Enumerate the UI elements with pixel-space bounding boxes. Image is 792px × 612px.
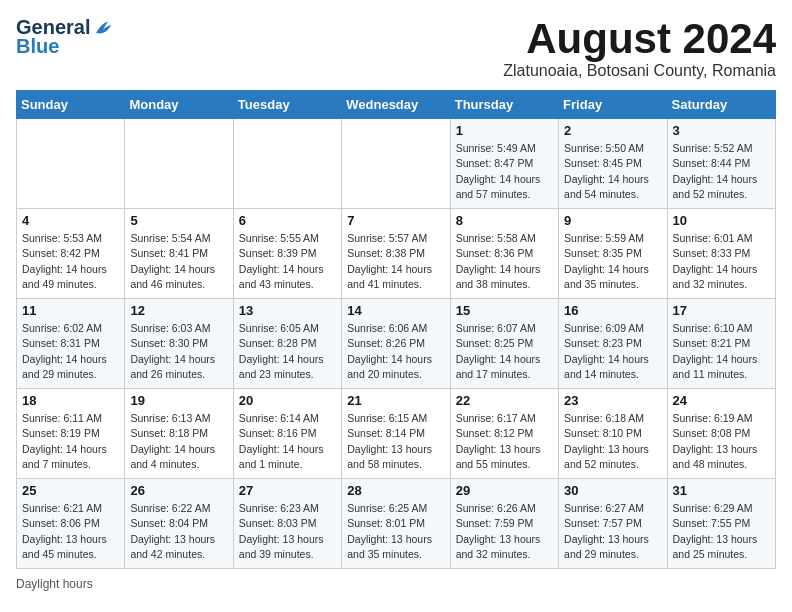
title-area: August 2024 Zlatunoaia, Botosani County,… [503, 16, 776, 80]
day-number: 29 [456, 483, 553, 498]
weekday-header-saturday: Saturday [667, 91, 775, 119]
day-number: 5 [130, 213, 227, 228]
day-info: Sunrise: 6:21 AM Sunset: 8:06 PM Dayligh… [22, 501, 119, 562]
day-info: Sunrise: 6:22 AM Sunset: 8:04 PM Dayligh… [130, 501, 227, 562]
day-info: Sunrise: 6:07 AM Sunset: 8:25 PM Dayligh… [456, 321, 553, 382]
day-number: 13 [239, 303, 336, 318]
calendar-cell: 24Sunrise: 6:19 AM Sunset: 8:08 PM Dayli… [667, 389, 775, 479]
day-number: 27 [239, 483, 336, 498]
day-info: Sunrise: 6:02 AM Sunset: 8:31 PM Dayligh… [22, 321, 119, 382]
calendar-cell: 14Sunrise: 6:06 AM Sunset: 8:26 PM Dayli… [342, 299, 450, 389]
calendar-cell [125, 119, 233, 209]
calendar-week-row: 11Sunrise: 6:02 AM Sunset: 8:31 PM Dayli… [17, 299, 776, 389]
day-number: 24 [673, 393, 770, 408]
day-number: 1 [456, 123, 553, 138]
weekday-header-tuesday: Tuesday [233, 91, 341, 119]
day-info: Sunrise: 6:18 AM Sunset: 8:10 PM Dayligh… [564, 411, 661, 472]
weekday-header-thursday: Thursday [450, 91, 558, 119]
day-number: 2 [564, 123, 661, 138]
day-info: Sunrise: 6:29 AM Sunset: 7:55 PM Dayligh… [673, 501, 770, 562]
page-header: General Blue August 2024 Zlatunoaia, Bot… [16, 16, 776, 80]
day-number: 28 [347, 483, 444, 498]
weekday-header-monday: Monday [125, 91, 233, 119]
day-info: Sunrise: 6:19 AM Sunset: 8:08 PM Dayligh… [673, 411, 770, 472]
day-info: Sunrise: 5:53 AM Sunset: 8:42 PM Dayligh… [22, 231, 119, 292]
day-number: 21 [347, 393, 444, 408]
day-info: Sunrise: 6:03 AM Sunset: 8:30 PM Dayligh… [130, 321, 227, 382]
day-number: 12 [130, 303, 227, 318]
calendar-cell: 1Sunrise: 5:49 AM Sunset: 8:47 PM Daylig… [450, 119, 558, 209]
calendar-cell: 16Sunrise: 6:09 AM Sunset: 8:23 PM Dayli… [559, 299, 667, 389]
day-info: Sunrise: 6:05 AM Sunset: 8:28 PM Dayligh… [239, 321, 336, 382]
calendar-week-row: 4Sunrise: 5:53 AM Sunset: 8:42 PM Daylig… [17, 209, 776, 299]
calendar-cell: 15Sunrise: 6:07 AM Sunset: 8:25 PM Dayli… [450, 299, 558, 389]
calendar-cell [233, 119, 341, 209]
day-number: 23 [564, 393, 661, 408]
day-info: Sunrise: 6:26 AM Sunset: 7:59 PM Dayligh… [456, 501, 553, 562]
calendar-cell: 17Sunrise: 6:10 AM Sunset: 8:21 PM Dayli… [667, 299, 775, 389]
calendar-cell: 4Sunrise: 5:53 AM Sunset: 8:42 PM Daylig… [17, 209, 125, 299]
calendar-cell: 13Sunrise: 6:05 AM Sunset: 8:28 PM Dayli… [233, 299, 341, 389]
day-number: 3 [673, 123, 770, 138]
day-number: 4 [22, 213, 119, 228]
day-info: Sunrise: 6:17 AM Sunset: 8:12 PM Dayligh… [456, 411, 553, 472]
day-number: 14 [347, 303, 444, 318]
weekday-header-sunday: Sunday [17, 91, 125, 119]
calendar-cell: 5Sunrise: 5:54 AM Sunset: 8:41 PM Daylig… [125, 209, 233, 299]
calendar-cell: 2Sunrise: 5:50 AM Sunset: 8:45 PM Daylig… [559, 119, 667, 209]
location-subtitle: Zlatunoaia, Botosani County, Romania [503, 62, 776, 80]
calendar-cell: 29Sunrise: 6:26 AM Sunset: 7:59 PM Dayli… [450, 479, 558, 569]
calendar-cell: 9Sunrise: 5:59 AM Sunset: 8:35 PM Daylig… [559, 209, 667, 299]
calendar-cell [17, 119, 125, 209]
day-info: Sunrise: 6:23 AM Sunset: 8:03 PM Dayligh… [239, 501, 336, 562]
day-info: Sunrise: 5:58 AM Sunset: 8:36 PM Dayligh… [456, 231, 553, 292]
day-number: 31 [673, 483, 770, 498]
calendar-cell: 25Sunrise: 6:21 AM Sunset: 8:06 PM Dayli… [17, 479, 125, 569]
calendar-table: SundayMondayTuesdayWednesdayThursdayFrid… [16, 90, 776, 569]
calendar-cell: 21Sunrise: 6:15 AM Sunset: 8:14 PM Dayli… [342, 389, 450, 479]
calendar-cell: 18Sunrise: 6:11 AM Sunset: 8:19 PM Dayli… [17, 389, 125, 479]
day-number: 7 [347, 213, 444, 228]
calendar-cell: 3Sunrise: 5:52 AM Sunset: 8:44 PM Daylig… [667, 119, 775, 209]
weekday-header-row: SundayMondayTuesdayWednesdayThursdayFrid… [17, 91, 776, 119]
logo-blue-text: Blue [16, 35, 59, 58]
day-number: 8 [456, 213, 553, 228]
day-number: 17 [673, 303, 770, 318]
calendar-cell: 8Sunrise: 5:58 AM Sunset: 8:36 PM Daylig… [450, 209, 558, 299]
day-info: Sunrise: 6:06 AM Sunset: 8:26 PM Dayligh… [347, 321, 444, 382]
day-number: 15 [456, 303, 553, 318]
day-info: Sunrise: 5:59 AM Sunset: 8:35 PM Dayligh… [564, 231, 661, 292]
calendar-week-row: 25Sunrise: 6:21 AM Sunset: 8:06 PM Dayli… [17, 479, 776, 569]
day-number: 25 [22, 483, 119, 498]
calendar-cell: 10Sunrise: 6:01 AM Sunset: 8:33 PM Dayli… [667, 209, 775, 299]
day-info: Sunrise: 5:57 AM Sunset: 8:38 PM Dayligh… [347, 231, 444, 292]
day-info: Sunrise: 6:13 AM Sunset: 8:18 PM Dayligh… [130, 411, 227, 472]
logo: General Blue [16, 16, 116, 58]
day-info: Sunrise: 5:50 AM Sunset: 8:45 PM Dayligh… [564, 141, 661, 202]
day-number: 10 [673, 213, 770, 228]
day-info: Sunrise: 5:54 AM Sunset: 8:41 PM Dayligh… [130, 231, 227, 292]
weekday-header-wednesday: Wednesday [342, 91, 450, 119]
calendar-cell: 26Sunrise: 6:22 AM Sunset: 8:04 PM Dayli… [125, 479, 233, 569]
day-number: 11 [22, 303, 119, 318]
calendar-week-row: 1Sunrise: 5:49 AM Sunset: 8:47 PM Daylig… [17, 119, 776, 209]
calendar-cell [342, 119, 450, 209]
day-number: 6 [239, 213, 336, 228]
day-number: 30 [564, 483, 661, 498]
calendar-cell: 20Sunrise: 6:14 AM Sunset: 8:16 PM Dayli… [233, 389, 341, 479]
day-info: Sunrise: 6:11 AM Sunset: 8:19 PM Dayligh… [22, 411, 119, 472]
day-info: Sunrise: 5:52 AM Sunset: 8:44 PM Dayligh… [673, 141, 770, 202]
day-info: Sunrise: 5:55 AM Sunset: 8:39 PM Dayligh… [239, 231, 336, 292]
calendar-cell: 12Sunrise: 6:03 AM Sunset: 8:30 PM Dayli… [125, 299, 233, 389]
day-info: Sunrise: 6:15 AM Sunset: 8:14 PM Dayligh… [347, 411, 444, 472]
day-number: 22 [456, 393, 553, 408]
day-number: 20 [239, 393, 336, 408]
calendar-cell: 27Sunrise: 6:23 AM Sunset: 8:03 PM Dayli… [233, 479, 341, 569]
calendar-cell: 22Sunrise: 6:17 AM Sunset: 8:12 PM Dayli… [450, 389, 558, 479]
logo-bird-icon [92, 18, 116, 38]
day-number: 16 [564, 303, 661, 318]
day-number: 19 [130, 393, 227, 408]
calendar-cell: 23Sunrise: 6:18 AM Sunset: 8:10 PM Dayli… [559, 389, 667, 479]
calendar-cell: 30Sunrise: 6:27 AM Sunset: 7:57 PM Dayli… [559, 479, 667, 569]
footer-note: Daylight hours [16, 577, 776, 591]
